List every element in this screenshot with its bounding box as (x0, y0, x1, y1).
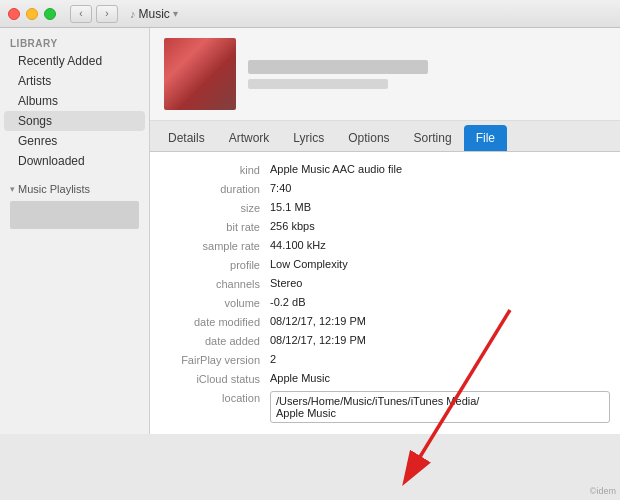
watermark: ©idem (590, 486, 616, 496)
info-value: 7:40 (270, 182, 610, 194)
sidebar-item-downloaded[interactable]: Downloaded (4, 151, 145, 171)
info-value: Apple Music AAC audio file (270, 163, 610, 175)
tab-options[interactable]: Options (336, 125, 401, 151)
playlists-label[interactable]: ▾ Music Playlists (0, 179, 149, 199)
album-art (164, 38, 236, 110)
info-value: 256 kbps (270, 220, 610, 232)
main-area: LIBRARY Recently AddedArtistsAlbumsSongs… (0, 28, 620, 434)
sidebar-item-genres[interactable]: Genres (4, 131, 145, 151)
info-label: volume (160, 296, 270, 309)
info-label: duration (160, 182, 270, 195)
tab-details[interactable]: Details (156, 125, 217, 151)
content-area: DetailsArtworkLyricsOptionsSortingFile k… (150, 28, 620, 434)
app-title: ♪ Music ▾ (130, 7, 178, 21)
minimize-button[interactable] (26, 8, 38, 20)
location-value: /Users/Home/Music/iTunes/iTunes Media/ A… (270, 391, 610, 423)
info-row-duration: duration7:40 (160, 179, 610, 198)
sidebar-item-albums[interactable]: Albums (4, 91, 145, 111)
title-bar: ‹ › ♪ Music ▾ (0, 0, 620, 28)
file-info-panel: kindApple Music AAC audio fileduration7:… (150, 152, 620, 434)
info-row-bit-rate: bit rate256 kbps (160, 217, 610, 236)
info-label: channels (160, 277, 270, 290)
info-row-date-added: date added08/12/17, 12:19 PM (160, 331, 610, 350)
tab-artwork[interactable]: Artwork (217, 125, 282, 151)
tab-file[interactable]: File (464, 125, 507, 151)
sidebar-item-recently-added[interactable]: Recently Added (4, 51, 145, 71)
info-label: size (160, 201, 270, 214)
song-subtitle-blurred (248, 79, 388, 89)
info-row-sample-rate: sample rate44.100 kHz (160, 236, 610, 255)
sidebar: LIBRARY Recently AddedArtistsAlbumsSongs… (0, 28, 150, 434)
info-value: 08/12/17, 12:19 PM (270, 334, 610, 346)
info-row-FairPlay-version: FairPlay version2 (160, 350, 610, 369)
sidebar-item-songs[interactable]: Songs (4, 111, 145, 131)
info-row-date-modified: date modified08/12/17, 12:19 PM (160, 312, 610, 331)
info-value: 44.100 kHz (270, 239, 610, 251)
playlists-section: ▾ Music Playlists (0, 179, 149, 229)
info-label: date modified (160, 315, 270, 328)
info-value: Apple Music (270, 372, 610, 384)
info-row-channels: channelsStereo (160, 274, 610, 293)
info-value: 15.1 MB (270, 201, 610, 213)
forward-button[interactable]: › (96, 5, 118, 23)
info-value: Low Complexity (270, 258, 610, 270)
info-label: date added (160, 334, 270, 347)
song-header (150, 28, 620, 121)
info-label: iCloud status (160, 372, 270, 385)
maximize-button[interactable] (44, 8, 56, 20)
info-row-iCloud-status: iCloud statusApple Music (160, 369, 610, 388)
info-value: -0.2 dB (270, 296, 610, 308)
info-label: FairPlay version (160, 353, 270, 366)
library-section-label: LIBRARY (0, 32, 149, 51)
chevron-icon: ▾ (10, 184, 15, 194)
song-info (248, 60, 606, 89)
music-icon: ♪ (130, 8, 136, 20)
close-button[interactable] (8, 8, 20, 20)
song-title-blurred (248, 60, 428, 74)
info-label: kind (160, 163, 270, 176)
tabs-bar: DetailsArtworkLyricsOptionsSortingFile (150, 121, 620, 152)
info-value: Stereo (270, 277, 610, 289)
info-label: profile (160, 258, 270, 271)
sidebar-item-artists[interactable]: Artists (4, 71, 145, 91)
info-row-volume: volume-0.2 dB (160, 293, 610, 312)
info-label: bit rate (160, 220, 270, 233)
info-row-profile: profileLow Complexity (160, 255, 610, 274)
playlist-thumbnail (10, 201, 139, 229)
info-row-size: size15.1 MB (160, 198, 610, 217)
info-label: sample rate (160, 239, 270, 252)
tab-lyrics[interactable]: Lyrics (281, 125, 336, 151)
info-value: 08/12/17, 12:19 PM (270, 315, 610, 327)
info-value: 2 (270, 353, 610, 365)
info-row-kind: kindApple Music AAC audio file (160, 160, 610, 179)
info-row-location: location/Users/Home/Music/iTunes/iTunes … (160, 388, 610, 426)
location-label: location (160, 391, 270, 404)
tab-sorting[interactable]: Sorting (402, 125, 464, 151)
back-button[interactable]: ‹ (70, 5, 92, 23)
